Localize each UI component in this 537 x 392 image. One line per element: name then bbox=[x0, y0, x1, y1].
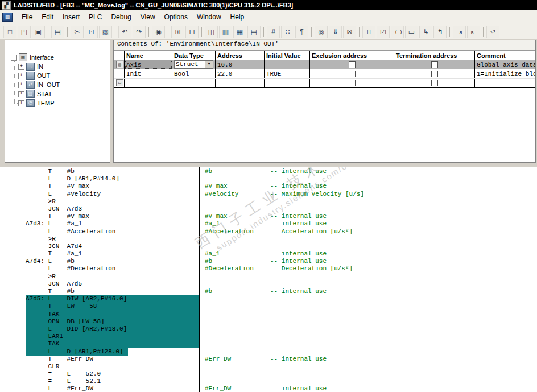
code-line[interactable]: L #Err_DW#Err_DW-- internal use bbox=[0, 385, 537, 392]
contact-nc-icon[interactable]: -|/|- bbox=[377, 26, 390, 38]
address-id-icon[interactable]: ⊠ bbox=[343, 26, 356, 38]
initial-value-cell[interactable]: TRUE bbox=[265, 69, 310, 79]
code-line[interactable]: = L 52.0 bbox=[0, 370, 537, 378]
name-cell[interactable]: Axis bbox=[125, 60, 172, 69]
tree-item-in-out[interactable]: +⇄IN_OUT bbox=[5, 80, 110, 89]
find-icon[interactable]: ◉ bbox=[152, 26, 165, 38]
code-line[interactable]: A7d4: L #b#b-- internal use bbox=[0, 258, 537, 265]
code-line[interactable]: T #v_max#v_max-- internal use bbox=[0, 183, 537, 190]
code-line[interactable]: JCN A7d4 bbox=[0, 243, 537, 250]
initial-value-cell[interactable] bbox=[265, 79, 310, 88]
exclusion-checkbox[interactable] bbox=[349, 80, 356, 86]
network-view-icon[interactable]: ◫ bbox=[205, 26, 218, 38]
redo-icon[interactable]: ↷ bbox=[133, 26, 146, 38]
stl-code-editor[interactable]: T #b#b-- internal use L D [AR1,P#14.0] T… bbox=[0, 167, 537, 392]
code-line[interactable]: JCN A7d5 bbox=[0, 280, 537, 288]
save-icon[interactable]: ▣ bbox=[32, 26, 45, 38]
mdi-child-icon[interactable]: ▦ bbox=[2, 13, 13, 22]
tree-item-out[interactable]: +←OUT bbox=[5, 71, 110, 80]
undo-icon[interactable]: ↶ bbox=[118, 26, 131, 38]
close-branch-icon[interactable]: ↰ bbox=[433, 26, 447, 38]
open-icon[interactable]: ◰ bbox=[18, 26, 31, 38]
code-line[interactable]: JCN A7d3 bbox=[0, 205, 537, 213]
code-line[interactable]: T #v_max#v_max-- internal use bbox=[0, 213, 537, 220]
symbol-information-icon[interactable]: ¶ bbox=[295, 26, 308, 38]
code-line[interactable]: T #b#b-- internal use bbox=[0, 168, 537, 175]
program-elements-icon[interactable]: ⊞ bbox=[171, 26, 184, 38]
code-line[interactable]: T #b#b-- internal use bbox=[0, 288, 537, 295]
copy-icon[interactable]: ⊡ bbox=[85, 26, 98, 38]
expand-icon[interactable]: + bbox=[18, 73, 24, 79]
datatype-cell[interactable]: Struct▼ bbox=[172, 60, 216, 69]
menu-options[interactable]: Options bbox=[160, 12, 192, 22]
code-line[interactable]: L #Deceleration#Deceleration-- Decelerat… bbox=[0, 265, 537, 273]
datatype-cell[interactable] bbox=[172, 79, 216, 88]
code-line[interactable]: L #Acceleration#Acceleration-- Accelerat… bbox=[0, 228, 537, 236]
code-line[interactable]: L #Velocity#Velocity-- Maximum velocity … bbox=[0, 191, 537, 198]
code-line[interactable]: CLR bbox=[0, 363, 537, 370]
expand-icon[interactable]: + bbox=[18, 100, 24, 106]
name-cell[interactable] bbox=[125, 79, 172, 88]
address-cell[interactable]: 16.0 bbox=[216, 60, 265, 69]
code-line[interactable]: TAK bbox=[0, 340, 537, 348]
split-window-icon[interactable]: ▦ bbox=[233, 26, 246, 38]
expand-icon[interactable]: + bbox=[18, 64, 24, 70]
contact-no-icon[interactable]: -||- bbox=[362, 26, 375, 38]
new-network-icon[interactable]: # bbox=[267, 26, 280, 38]
code-line[interactable]: T LW 58 bbox=[0, 303, 537, 310]
coil-icon[interactable]: -( ) bbox=[391, 26, 404, 38]
termination-checkbox[interactable] bbox=[431, 80, 438, 86]
name-cell[interactable]: Init bbox=[125, 69, 172, 79]
datatype-dropdown[interactable]: Struct▼ bbox=[174, 60, 213, 69]
menu-debug[interactable]: Debug bbox=[106, 12, 135, 22]
menu-help[interactable]: Help bbox=[226, 12, 249, 22]
expand-icon[interactable]: + bbox=[18, 91, 24, 97]
tree-item-in[interactable]: +→IN bbox=[5, 62, 110, 71]
code-line[interactable]: >R bbox=[0, 236, 537, 243]
dropdown-arrow-icon[interactable]: ▼ bbox=[205, 61, 213, 68]
menu-window[interactable]: Window bbox=[192, 12, 226, 22]
download-icon[interactable]: ⇓ bbox=[329, 26, 342, 38]
help-pointer-icon[interactable]: ⇖? bbox=[486, 26, 499, 38]
termination-checkbox[interactable] bbox=[431, 61, 438, 68]
code-line[interactable]: L D [AR1,P#14.0] bbox=[0, 175, 537, 183]
code-line[interactable]: LAR1 bbox=[0, 333, 537, 340]
code-line[interactable]: L DID [AR2,P#18.0] bbox=[0, 325, 537, 333]
delete-row-icon[interactable]: ⇤ bbox=[467, 26, 480, 38]
paste-icon[interactable]: ▧ bbox=[99, 26, 112, 38]
code-line[interactable]: T #a_1#a_1-- internal use bbox=[0, 250, 537, 258]
tree-item-stat[interactable]: +▤STAT bbox=[5, 89, 110, 98]
data-view-icon[interactable]: ▥ bbox=[219, 26, 232, 38]
tree-item-interface[interactable]: - ▦ Interface bbox=[5, 53, 110, 62]
address-cell[interactable] bbox=[216, 79, 265, 88]
address-cell[interactable]: 22.0 bbox=[216, 69, 265, 79]
expand-icon[interactable]: + bbox=[18, 82, 24, 88]
empty-box-icon[interactable]: ▭ bbox=[405, 26, 418, 38]
call-structure-icon[interactable]: ⊟ bbox=[185, 26, 199, 38]
exclusion-checkbox[interactable] bbox=[349, 61, 356, 68]
menu-file[interactable]: File bbox=[17, 12, 37, 22]
initial-value-cell[interactable] bbox=[265, 60, 310, 69]
menu-edit[interactable]: Edit bbox=[37, 12, 58, 22]
menu-plc[interactable]: PLC bbox=[84, 12, 106, 22]
comment-cell[interactable]: 1=Initialize block bbox=[475, 69, 535, 79]
exclusion-checkbox[interactable] bbox=[349, 71, 356, 77]
code-line[interactable]: >R bbox=[0, 198, 537, 205]
open-branch-icon[interactable]: ↳ bbox=[419, 26, 432, 38]
code-line[interactable]: A7d5: L DIW [AR2,P#16.0] bbox=[0, 295, 537, 303]
print-icon[interactable]: ▤ bbox=[51, 26, 64, 38]
tree-item-temp[interactable]: +◷TEMP bbox=[5, 98, 110, 108]
cut-icon[interactable]: ✂ bbox=[71, 26, 84, 38]
code-line[interactable]: OPN DB [LW 58] bbox=[0, 318, 537, 325]
new-icon[interactable]: □ bbox=[3, 26, 16, 38]
code-line[interactable]: >R bbox=[0, 273, 537, 280]
symbol-table-icon[interactable]: ▤ bbox=[247, 26, 261, 38]
comment-cell[interactable]: Global axis data bbox=[475, 60, 535, 69]
menu-view[interactable]: View bbox=[136, 12, 160, 22]
code-line[interactable]: L D [AR1,P#128.0] bbox=[0, 348, 537, 356]
code-line[interactable]: = L 52.1 bbox=[0, 378, 537, 385]
monitor-icon[interactable]: ◎ bbox=[315, 26, 328, 38]
code-line[interactable]: A7d3: L #a_1#a_1-- internal use bbox=[0, 220, 537, 228]
horizontal-splitter[interactable] bbox=[0, 163, 537, 167]
datatype-cell[interactable]: Bool bbox=[172, 69, 216, 79]
